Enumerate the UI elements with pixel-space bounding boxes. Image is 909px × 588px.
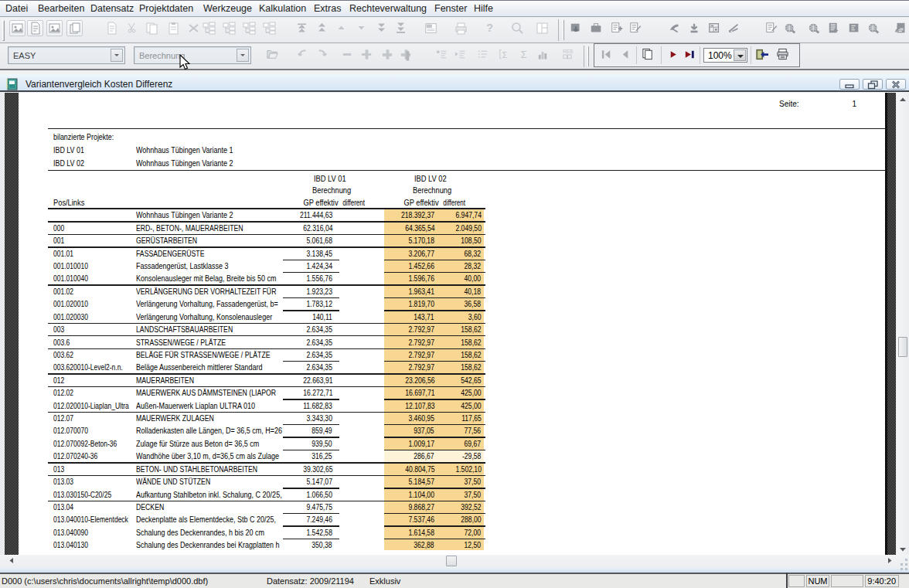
svg-text:REB: REB xyxy=(563,49,574,54)
svg-text:Σ: Σ xyxy=(521,49,527,60)
svg-text:Σ: Σ xyxy=(502,50,508,59)
